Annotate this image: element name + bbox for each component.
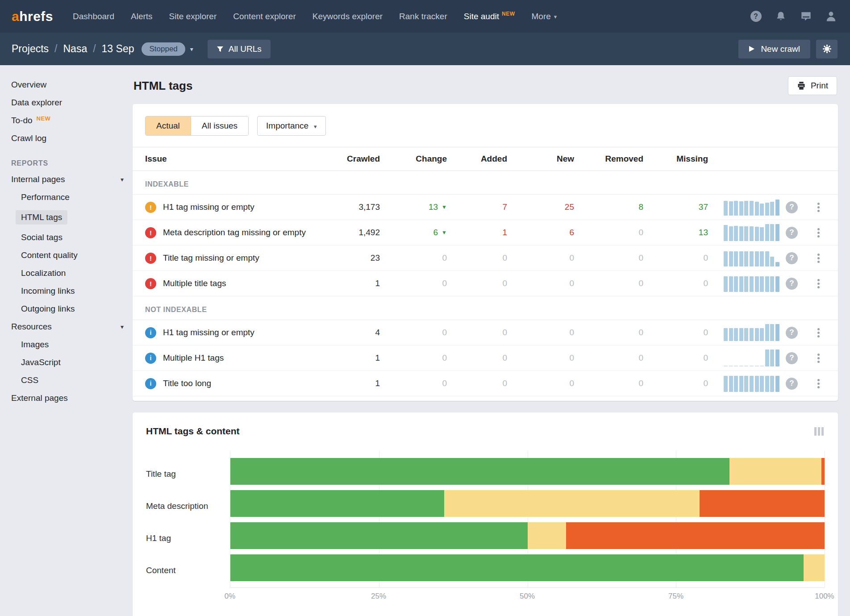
trend-sparkline xyxy=(708,224,779,241)
help-icon[interactable]: ? xyxy=(786,227,798,239)
row-menu-icon[interactable] xyxy=(815,226,822,240)
nav-item-more[interactable]: More▾ xyxy=(532,12,557,21)
sidebar-item-social-tags[interactable]: Social tags xyxy=(11,229,124,246)
row-menu-icon[interactable] xyxy=(815,251,822,265)
trend-down-icon: ▼ xyxy=(442,204,447,210)
sidebar-item-css[interactable]: CSS xyxy=(11,371,124,389)
sidebar-item-overview[interactable]: Overview xyxy=(11,76,124,94)
issue-row: !H1 tag missing or empty3,17313▼725837? xyxy=(133,195,838,220)
settings-button[interactable] xyxy=(816,40,838,58)
row-menu-icon[interactable] xyxy=(815,326,822,340)
tab-all-issues[interactable]: All issues xyxy=(191,117,248,135)
change-value: 0 xyxy=(380,379,447,388)
nav-item-rank-tracker[interactable]: Rank tracker xyxy=(399,12,447,21)
top-navigation-bar: ahrefs DashboardAlertsSite explorerConte… xyxy=(0,0,850,33)
nav-item-keywords-explorer[interactable]: Keywords explorer xyxy=(312,12,383,21)
sidebar-item-label: Incoming links xyxy=(21,286,75,296)
issue-link[interactable]: H1 tag missing or empty xyxy=(163,328,254,337)
nav-item-site-audit[interactable]: Site auditNEW xyxy=(464,12,515,21)
segment-not-set-or-empty xyxy=(821,458,825,485)
sidebar-item-crawl-log[interactable]: Crawl log xyxy=(11,129,124,147)
breadcrumb-projects[interactable]: Projects xyxy=(12,43,49,55)
removed-value: 8 xyxy=(574,202,643,212)
issue-link[interactable]: Title tag missing or empty xyxy=(163,253,259,263)
sidebar-item-label: Localization xyxy=(21,268,66,278)
issue-cell: !Meta description tag missing or empty xyxy=(133,227,317,238)
segment-bad-duplicates xyxy=(444,490,700,517)
new-crawl-button[interactable]: New crawl xyxy=(738,40,810,58)
sidebar-item-performance[interactable]: Performance xyxy=(11,188,124,206)
sidebar-item-content-quality[interactable]: Content quality xyxy=(11,246,124,264)
play-icon xyxy=(749,46,755,52)
chart-title: HTML tags & content xyxy=(146,426,240,437)
row-menu-icon[interactable] xyxy=(815,377,822,391)
sidebar-item-html-tags[interactable]: HTML tags xyxy=(11,206,124,229)
sidebar-item-outgoing-links[interactable]: Outgoing links xyxy=(11,300,124,318)
issue-row: !Meta description tag missing or empty1,… xyxy=(133,220,838,246)
sidebar-item-resources[interactable]: Resources▾ xyxy=(11,318,124,336)
error-icon: ! xyxy=(145,253,156,264)
sidebar-item-internal-pages[interactable]: Internal pages▾ xyxy=(11,171,124,188)
help-icon[interactable]: ? xyxy=(786,378,798,390)
issue-link[interactable]: Multiple H1 tags xyxy=(163,353,224,363)
sidebar-item-localization[interactable]: Localization xyxy=(11,264,124,282)
sidebar-item-data-explorer[interactable]: Data explorer xyxy=(11,94,124,112)
change-value: 0 xyxy=(380,353,447,363)
row-menu-icon[interactable] xyxy=(815,200,822,214)
chart-card: HTML tags & content Title tagMeta descri… xyxy=(133,412,838,616)
issue-link[interactable]: H1 tag missing or empty xyxy=(163,202,254,212)
help-icon[interactable]: ? xyxy=(786,352,798,364)
inbox-icon[interactable] xyxy=(800,11,812,22)
help-icon[interactable]: ? xyxy=(786,201,798,213)
notifications-bell-icon[interactable] xyxy=(775,11,787,22)
segment-bad-duplicates xyxy=(729,458,821,485)
sidebar-item-to-do[interactable]: To-doNEW xyxy=(11,112,124,129)
issue-cell: iH1 tag missing or empty xyxy=(133,327,317,338)
added-value: 1 xyxy=(447,228,507,237)
issue-row: iMultiple H1 tags100000? xyxy=(133,345,838,371)
chevron-down-icon: ▾ xyxy=(121,176,124,183)
issue-link[interactable]: Meta description tag missing or empty xyxy=(163,228,306,237)
importance-dropdown[interactable]: Importance ▾ xyxy=(257,116,326,136)
new-value: 6 xyxy=(507,228,574,237)
chart-context-menu-icon[interactable] xyxy=(813,426,825,437)
ahrefs-logo[interactable]: ahrefs xyxy=(12,9,53,24)
segment-unique xyxy=(230,522,528,549)
chart-label-content: Content xyxy=(146,554,230,587)
nav-item-site-explorer[interactable]: Site explorer xyxy=(169,12,217,21)
trend-sparkline xyxy=(708,324,779,341)
nav-item-dashboard[interactable]: Dashboard xyxy=(73,12,114,21)
sidebar-item-incoming-links[interactable]: Incoming links xyxy=(11,282,124,300)
help-icon[interactable]: ? xyxy=(786,278,798,290)
sidebar-item-javascript[interactable]: JavaScript xyxy=(11,354,124,371)
issue-link[interactable]: Multiple title tags xyxy=(163,279,226,288)
issue-link[interactable]: Title too long xyxy=(163,379,211,388)
gridline xyxy=(825,451,825,587)
added-value: 7 xyxy=(447,202,507,212)
all-urls-button[interactable]: All URLs xyxy=(208,40,271,58)
table-body: INDEXABLE!H1 tag missing or empty3,17313… xyxy=(133,171,838,396)
row-menu-icon[interactable] xyxy=(815,351,822,365)
nav-item-alerts[interactable]: Alerts xyxy=(131,12,153,21)
new-crawl-label: New crawl xyxy=(761,44,800,54)
row-menu-icon[interactable] xyxy=(815,277,822,291)
tab-actual[interactable]: Actual xyxy=(146,117,191,135)
print-button[interactable]: Print xyxy=(788,76,837,95)
segment-not-set-or-empty xyxy=(700,490,825,517)
breadcrumb-project-nasa[interactable]: Nasa xyxy=(63,43,87,55)
importance-label: Importance xyxy=(266,121,308,131)
issue-row: iH1 tag missing or empty400000? xyxy=(133,320,838,345)
help-icon[interactable]: ? xyxy=(786,252,798,264)
segment-unique xyxy=(230,554,804,581)
axis-tick: 75% xyxy=(668,592,683,601)
account-icon[interactable] xyxy=(825,11,837,22)
crawl-dropdown-chevron-icon[interactable]: ▾ xyxy=(190,46,193,53)
help-icon[interactable]: ? xyxy=(786,327,798,339)
new-value: 0 xyxy=(507,279,574,288)
sidebar-item-external-pages[interactable]: External pages xyxy=(11,389,124,407)
nav-item-content-explorer[interactable]: Content explorer xyxy=(233,12,296,21)
trend-down-icon: ▼ xyxy=(442,229,447,236)
sidebar-item-images[interactable]: Images xyxy=(11,336,124,354)
help-icon[interactable]: ? xyxy=(750,11,762,22)
nav-item-label: Dashboard xyxy=(73,12,114,21)
